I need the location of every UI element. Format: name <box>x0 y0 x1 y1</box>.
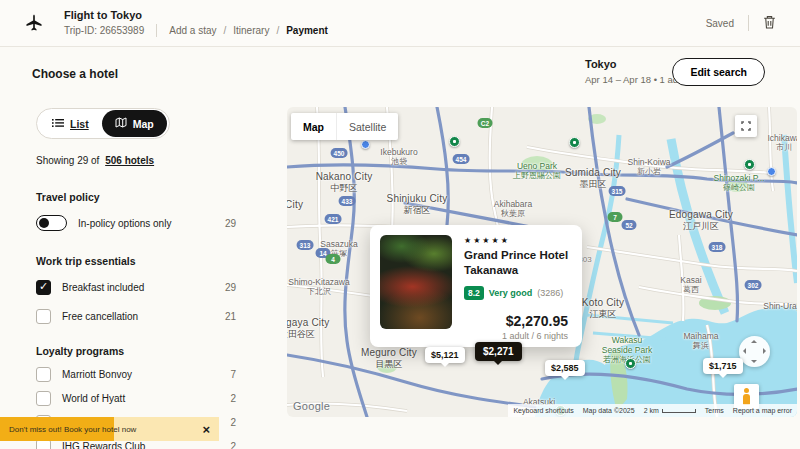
breadcrumb-itinerary[interactable]: Itinerary <box>233 25 269 36</box>
hotel-stars: ★★★★★ <box>464 236 510 245</box>
route-shield: 302 <box>745 280 762 290</box>
saved-status: Saved <box>706 18 734 29</box>
map-type-map-button[interactable]: Map <box>291 113 336 140</box>
map-data-copyright: Map data ©2025 <box>583 407 635 414</box>
in-policy-count: 29 <box>225 218 236 229</box>
map-label: Map <box>133 118 154 130</box>
marriott-label: Marriott Bonvoy <box>62 369 132 380</box>
price-pin-selected[interactable]: $2,271 <box>475 342 522 361</box>
scale-label: 2 km <box>644 407 659 414</box>
trip-title: Flight to Tokyo <box>64 9 328 21</box>
breakfast-checkbox[interactable] <box>36 280 51 295</box>
in-policy-label: In-policy options only <box>78 218 171 229</box>
ihg-count: 2 <box>230 441 236 449</box>
results-count-text: Showing 29 of <box>36 155 99 166</box>
chevron-left-icon <box>743 348 746 354</box>
map-pan-control[interactable] <box>739 336 770 367</box>
results-total-link[interactable]: 506 hotels <box>105 155 154 166</box>
app-header: Flight to Tokyo Trip-ID: 26653989 Add a … <box>0 0 800 47</box>
in-policy-filter-row: In-policy options only 29 <box>36 214 236 232</box>
keyboard-shortcuts-link[interactable]: Keyboard shortcuts <box>513 407 573 414</box>
breakfast-label: Breakfast included <box>62 282 144 293</box>
loyalty-row-hyatt: World of Hyatt 2 <box>36 389 236 407</box>
marriott-count: 7 <box>230 369 236 380</box>
map-type-satellite-button[interactable]: Satellite <box>336 113 398 140</box>
marriott-checkbox[interactable] <box>36 367 51 382</box>
view-toggle-list[interactable]: List <box>39 118 102 130</box>
work-trip-heading: Work trip essentials <box>36 255 236 267</box>
in-policy-toggle[interactable] <box>36 215 67 231</box>
breadcrumb-separator: / <box>276 25 279 36</box>
search-summary-bar: Choose a hotel Tokyo Apr 14 – Apr 18 • 1… <box>0 47 800 105</box>
fullscreen-button[interactable] <box>735 115 757 137</box>
view-toggle: List Map <box>36 108 170 139</box>
hotel-name: Grand Prince Hotel Takanawa <box>464 248 576 278</box>
divider <box>748 15 749 31</box>
breakfast-filter-row: Breakfast included 29 <box>36 278 236 296</box>
scale-bar <box>662 409 696 413</box>
ihg-label: IHG Rewards Club <box>62 441 145 449</box>
price-pin[interactable]: $1,715 <box>703 358 743 374</box>
route-shield: 450 <box>331 148 348 158</box>
map-icon <box>115 117 127 130</box>
price-pin[interactable]: $2,585 <box>545 360 585 376</box>
route-shield: 7 <box>608 212 623 222</box>
hotel-rating: 8.2 Very good (3286) <box>464 286 563 300</box>
breadcrumb-add-a-stay[interactable]: Add a stay <box>169 25 216 36</box>
fullscreen-icon <box>741 119 751 134</box>
edit-search-button[interactable]: Edit search <box>672 58 765 86</box>
filters-sidebar: List Map Showing 29 of 506 hotels Travel… <box>36 108 236 449</box>
hyatt-count: 2 <box>230 393 236 404</box>
free-cancellation-checkbox[interactable] <box>36 309 51 324</box>
delete-trip-button[interactable] <box>763 15 776 32</box>
route-shield: 52 <box>622 220 637 230</box>
trip-id: Trip-ID: 26653989 <box>64 25 144 36</box>
hotel-card[interactable]: ★★★★★ Grand Prince Hotel Takanawa 8.2 Ve… <box>370 225 582 347</box>
free-cancellation-count: 21 <box>225 311 236 322</box>
pegman-icon <box>741 388 752 405</box>
route-shield: 315 <box>609 186 626 196</box>
list-icon <box>52 118 64 130</box>
breakfast-count: 29 <box>225 282 236 293</box>
hyatt-checkbox[interactable] <box>36 391 51 406</box>
breadcrumb-payment[interactable]: Payment <box>286 25 328 36</box>
trip-info: Flight to Tokyo Trip-ID: 26653989 Add a … <box>64 9 328 37</box>
route-shield: 433 <box>339 196 356 206</box>
page-title: Choose a hotel <box>32 67 118 81</box>
promo-banner-text: Don't miss out! Book your hotel now <box>9 425 136 434</box>
promo-banner: Don't miss out! Book your hotel now × <box>0 417 219 441</box>
route-shield: 313 <box>297 240 314 250</box>
route-shield: 454 <box>453 154 470 164</box>
view-toggle-map[interactable]: Map <box>102 110 167 137</box>
hotel-marker-icon[interactable] <box>625 358 636 369</box>
trash-icon <box>763 15 776 32</box>
hyatt-label: World of Hyatt <box>62 393 125 404</box>
report-map-error-link[interactable]: Report a map error <box>733 407 792 414</box>
poi-marker-icon <box>767 167 776 176</box>
map-canvas[interactable]: Ikebukuro池袋 Nakano City中野区 Shinjuku City… <box>287 107 797 417</box>
route-shield: 421 <box>325 214 342 224</box>
price-pin[interactable]: $5,121 <box>425 347 465 363</box>
chevron-down-icon <box>751 360 757 363</box>
terms-link[interactable]: Terms <box>705 407 724 414</box>
loyalty-row-marriott: Marriott Bonvoy 7 <box>36 365 236 383</box>
map-attribution: Keyboard shortcuts Map data ©2025 2 km T… <box>508 404 797 417</box>
chevron-right-icon <box>763 348 766 354</box>
hotel-marker-icon[interactable] <box>569 137 580 148</box>
hotel-marker-icon[interactable] <box>744 159 755 170</box>
hotel-marker-icon[interactable] <box>449 136 460 147</box>
close-icon[interactable]: × <box>202 423 210 436</box>
loyalty-heading: Loyalty programs <box>36 345 236 357</box>
rating-count: (3286) <box>537 288 563 298</box>
hotel-price: $2,270.95 <box>506 313 568 329</box>
route-shield: 4 <box>326 254 341 264</box>
hilton-count: 2 <box>230 417 236 428</box>
poi-marker-icon <box>361 140 370 149</box>
travel-policy-heading: Travel policy <box>36 191 236 203</box>
divider <box>156 24 157 37</box>
route-shield: 318 <box>709 242 726 252</box>
hotel-photo <box>380 235 452 329</box>
list-label: List <box>70 118 89 130</box>
google-logo: Google <box>293 400 330 412</box>
chevron-up-icon <box>751 340 757 343</box>
